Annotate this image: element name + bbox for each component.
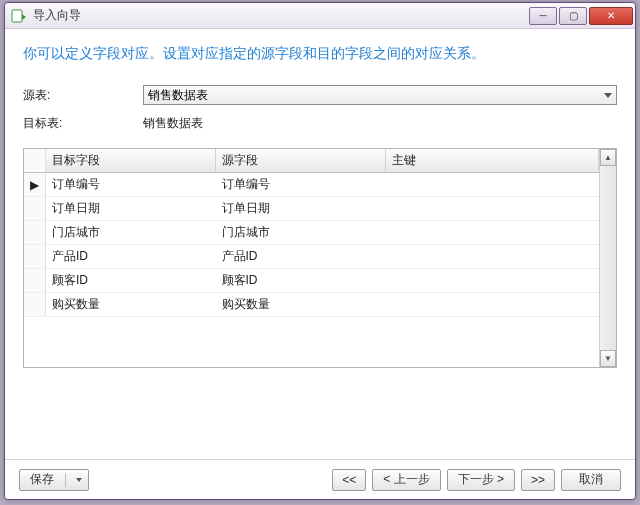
- cell-source-field[interactable]: 订单编号: [216, 173, 386, 197]
- maximize-button[interactable]: ▢: [559, 7, 587, 25]
- svg-rect-0: [12, 10, 22, 22]
- source-table-row: 源表: 销售数据表: [23, 85, 617, 105]
- next-button[interactable]: 下一步 >: [447, 469, 515, 491]
- cell-target-field[interactable]: 门店城市: [46, 221, 216, 245]
- cell-target-field[interactable]: 订单日期: [46, 197, 216, 221]
- scroll-up-button[interactable]: ▲: [600, 149, 616, 166]
- table-row[interactable]: 订单日期订单日期: [24, 197, 599, 221]
- save-button-label: 保存: [30, 471, 54, 488]
- header-indicator: [24, 149, 46, 173]
- instruction-text: 你可以定义字段对应。设置对应指定的源字段和目的字段之间的对应关系。: [23, 43, 617, 63]
- row-indicator-icon: ▶: [24, 173, 46, 197]
- target-table-label: 目标表:: [23, 115, 143, 132]
- cell-primary-key[interactable]: [386, 197, 599, 221]
- table-row[interactable]: 顾客ID顾客ID: [24, 269, 599, 293]
- target-table-row: 目标表: 销售数据表: [23, 115, 617, 132]
- cell-primary-key[interactable]: [386, 269, 599, 293]
- table-row[interactable]: 门店城市门店城市: [24, 221, 599, 245]
- cell-source-field[interactable]: 购买数量: [216, 293, 386, 317]
- cell-primary-key[interactable]: [386, 221, 599, 245]
- row-indicator-icon: [24, 269, 46, 293]
- cell-target-field[interactable]: 产品ID: [46, 245, 216, 269]
- table-row[interactable]: 产品ID产品ID: [24, 245, 599, 269]
- cell-target-field[interactable]: 顾客ID: [46, 269, 216, 293]
- table-row[interactable]: 购买数量购买数量: [24, 293, 599, 317]
- cell-source-field[interactable]: 订单日期: [216, 197, 386, 221]
- wizard-window: 导入向导 ─ ▢ ✕ 你可以定义字段对应。设置对应指定的源字段和目的字段之间的对…: [4, 2, 636, 500]
- cancel-button[interactable]: 取消: [561, 469, 621, 491]
- cell-source-field[interactable]: 顾客ID: [216, 269, 386, 293]
- row-indicator-icon: [24, 221, 46, 245]
- scroll-track[interactable]: [600, 166, 616, 350]
- scroll-down-button[interactable]: ▼: [600, 350, 616, 367]
- cell-primary-key[interactable]: [386, 173, 599, 197]
- header-source-field[interactable]: 源字段: [216, 149, 386, 173]
- chevron-down-icon: [604, 93, 612, 98]
- prev-button[interactable]: < 上一步: [372, 469, 440, 491]
- vertical-scrollbar[interactable]: ▲ ▼: [599, 149, 616, 367]
- app-icon: [11, 8, 27, 24]
- target-table-value: 销售数据表: [143, 115, 203, 132]
- cell-primary-key[interactable]: [386, 245, 599, 269]
- table-row[interactable]: ▶订单编号订单编号: [24, 173, 599, 197]
- window-title: 导入向导: [33, 7, 527, 24]
- table-header-row: 目标字段 源字段 主键: [24, 149, 599, 173]
- header-primary-key[interactable]: 主键: [386, 149, 599, 173]
- cell-target-field[interactable]: 订单编号: [46, 173, 216, 197]
- content-area: 你可以定义字段对应。设置对应指定的源字段和目的字段之间的对应关系。 源表: 销售…: [5, 29, 635, 459]
- row-indicator-icon: [24, 245, 46, 269]
- save-button[interactable]: 保存: [19, 469, 89, 491]
- footer-bar: 保存 << < 上一步 下一步 > >> 取消: [5, 459, 635, 499]
- cell-source-field[interactable]: 产品ID: [216, 245, 386, 269]
- chevron-down-icon: [76, 478, 82, 482]
- window-controls: ─ ▢ ✕: [527, 7, 633, 25]
- titlebar: 导入向导 ─ ▢ ✕: [5, 3, 635, 29]
- close-button[interactable]: ✕: [589, 7, 633, 25]
- first-button[interactable]: <<: [332, 469, 366, 491]
- row-indicator-icon: [24, 293, 46, 317]
- source-table-value: 销售数据表: [148, 87, 208, 104]
- cell-primary-key[interactable]: [386, 293, 599, 317]
- row-indicator-icon: [24, 197, 46, 221]
- minimize-button[interactable]: ─: [529, 7, 557, 25]
- cell-source-field[interactable]: 门店城市: [216, 221, 386, 245]
- cell-target-field[interactable]: 购买数量: [46, 293, 216, 317]
- header-target-field[interactable]: 目标字段: [46, 149, 216, 173]
- field-mapping-table: 目标字段 源字段 主键 ▶订单编号订单编号订单日期订单日期门店城市门店城市产品I…: [23, 148, 617, 368]
- source-table-label: 源表:: [23, 87, 143, 104]
- last-button[interactable]: >>: [521, 469, 555, 491]
- source-table-combo[interactable]: 销售数据表: [143, 85, 617, 105]
